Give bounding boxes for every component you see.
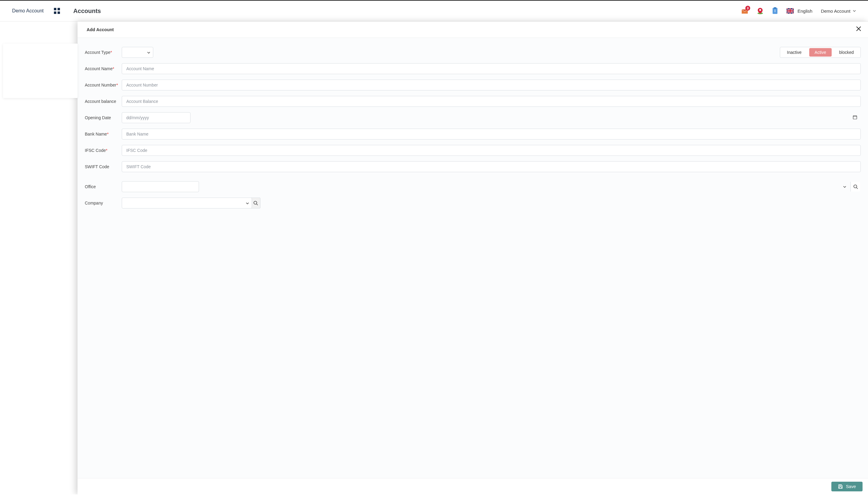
mail-badge: 0 <box>746 6 750 11</box>
svg-line-15 <box>856 188 858 189</box>
account-balance-input[interactable] <box>122 96 861 107</box>
calendar-icon[interactable] <box>853 115 857 120</box>
svg-point-5 <box>759 9 761 11</box>
search-icon <box>253 201 258 205</box>
status-inactive-button[interactable]: Inactive <box>782 48 806 56</box>
panel-title: Add Account <box>87 27 114 32</box>
info-icon[interactable]: i <box>772 7 778 15</box>
location-icon[interactable] <box>757 7 764 15</box>
status-blocked-button[interactable]: blocked <box>834 48 858 56</box>
flag-icon <box>787 8 794 14</box>
opening-date-input[interactable] <box>122 112 191 123</box>
account-name-input[interactable] <box>122 63 861 74</box>
status-active-button[interactable]: Active <box>809 48 832 56</box>
page-title: Accounts <box>73 7 101 15</box>
swift-code-label: SWIFT Code <box>85 164 122 169</box>
apps-icon[interactable] <box>54 8 60 14</box>
svg-point-14 <box>854 185 857 188</box>
company-label: Company <box>85 201 122 205</box>
add-account-panel: Add Account Account Type* Inactive Ac <box>78 21 868 494</box>
status-toggle: Inactive Active blocked <box>780 47 861 58</box>
panel-header: Add Account <box>78 21 868 38</box>
bank-name-label: Bank Name* <box>85 132 122 136</box>
svg-line-17 <box>257 204 258 205</box>
opening-date-label: Opening Date <box>85 115 122 120</box>
user-menu[interactable]: Demo Account <box>821 8 856 14</box>
panel-footer: Save <box>78 478 868 494</box>
close-icon <box>856 26 861 32</box>
ifsc-code-label: IFSC Code* <box>85 148 122 153</box>
account-balance-label: Account balance <box>85 99 122 104</box>
svg-point-16 <box>254 201 257 204</box>
svg-rect-3 <box>58 12 60 14</box>
account-number-input[interactable] <box>122 80 861 90</box>
svg-rect-2 <box>54 12 56 14</box>
mail-icon[interactable]: 0 <box>741 7 748 14</box>
swift-code-input[interactable] <box>122 161 861 172</box>
bank-name-input[interactable] <box>122 129 861 139</box>
account-type-select[interactable] <box>122 47 153 58</box>
svg-text:i: i <box>775 9 776 13</box>
account-type-label: Account Type* <box>85 50 122 55</box>
office-label: Office <box>85 184 122 189</box>
language-label: English <box>798 8 812 14</box>
svg-rect-19 <box>839 487 842 488</box>
top-bar: Demo Account Accounts 0 <box>0 0 868 21</box>
account-name-label: Account Name* <box>85 66 122 71</box>
company-search-button[interactable] <box>251 198 260 208</box>
office-select[interactable] <box>122 181 199 192</box>
ifsc-code-input[interactable] <box>122 145 861 156</box>
close-button[interactable] <box>855 25 863 34</box>
save-icon <box>838 484 843 489</box>
svg-rect-0 <box>54 8 56 10</box>
account-number-label: Account Number* <box>85 83 122 87</box>
save-button[interactable]: Save <box>831 482 863 491</box>
svg-rect-18 <box>839 485 841 486</box>
background-card <box>3 44 78 98</box>
save-label: Save <box>846 484 856 489</box>
language-selector[interactable]: English <box>787 8 812 14</box>
svg-rect-10 <box>853 116 857 119</box>
svg-rect-1 <box>58 8 60 10</box>
chevron-down-icon <box>843 185 846 188</box>
search-icon <box>853 184 858 189</box>
chevron-down-icon <box>853 10 856 12</box>
office-search-button[interactable] <box>850 182 860 191</box>
company-select[interactable] <box>122 198 252 208</box>
panel-body: Account Type* Inactive Active blocked Ac… <box>78 38 868 478</box>
brand-link[interactable]: Demo Account <box>12 8 44 14</box>
user-label: Demo Account <box>821 8 850 14</box>
